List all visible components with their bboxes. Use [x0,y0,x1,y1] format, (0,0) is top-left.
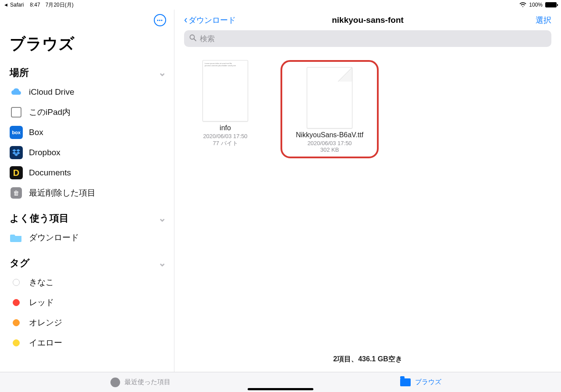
tag-color-icon [10,296,23,309]
tab-label: ブラウズ [415,378,441,386]
svg-line-1 [194,39,196,41]
sidebar-item-this-ipad[interactable]: このiPad内 [0,102,174,122]
sidebar-item-label: Dropbox [29,148,60,157]
sidebar-item-label: Box [29,128,43,137]
sidebar-tag[interactable]: オレンジ [0,313,174,333]
back-label: ダウンロード [188,15,236,25]
back-to-safari-icon[interactable]: ◀ [4,3,7,7]
file-name: NikkyouSans-B6aV.ttf [295,131,365,139]
file-thumbnail-icon [307,67,352,128]
trash-icon: 🗑 [10,186,23,200]
sidebar-item-documents[interactable]: D Documents [0,163,174,183]
folder-icon [400,378,411,386]
file-size: 77 バイト [190,139,260,147]
sidebar-item-box[interactable]: box Box [0,122,174,143]
file-thumbnail-icon: Lorem ipsum dolor sit amet text file pre… [202,60,248,121]
file-size: 302 KB [295,146,365,153]
select-button[interactable]: 選択 [404,15,551,25]
tab-label: 最近使った項目 [124,378,170,386]
file-date: 2020/06/03 17:50 [295,140,365,146]
battery-pct: 100% [529,2,543,8]
ipad-icon [10,106,23,119]
sidebar-tag[interactable]: レッド [0,292,174,313]
dropbox-icon [10,146,23,159]
clock-icon [110,378,120,387]
file-item[interactable]: Lorem ipsum dolor sit amet text file pre… [190,60,260,147]
favorites-header[interactable]: よく使う項目⌄ [0,211,174,228]
sidebar-item-label: Documents [29,168,71,178]
search-placeholder: 検索 [200,34,215,44]
sidebar-tag[interactable]: きなこ [0,272,174,292]
documents-icon: D [10,166,23,179]
highlight-annotation: NikkyouSans-B6aV.ttf 2020/06/03 17:50 30… [280,60,379,158]
search-input[interactable]: 検索 [184,30,551,47]
chevron-down-icon: ⌄ [158,257,166,269]
wifi-icon [519,2,526,8]
chevron-left-icon: ‹ [184,14,188,26]
sidebar-tag[interactable]: イエロー [0,333,174,353]
folder-title: nikkyou-sans-font [332,15,404,25]
sidebar-item-icloud[interactable]: iCloud Drive [0,82,174,102]
tab-browse[interactable]: ブラウズ [280,378,561,386]
status-bar: ◀ Safari 8:47 7月20日(月) 100% [0,0,561,10]
back-to-safari-label[interactable]: Safari [10,2,24,8]
folder-status: 2項目、436.1 GB空き [174,352,561,372]
tab-recents[interactable]: 最近使った項目 [0,378,280,387]
tag-color-icon [10,276,23,289]
sidebar-item-label: ダウンロード [29,232,79,243]
sidebar: ••• ブラウズ 場所⌄ iCloud Drive このiPad内 box Bo… [0,10,174,372]
chevron-down-icon: ⌄ [158,67,166,78]
sidebar-item-label: iCloud Drive [29,87,74,97]
sidebar-item-label: オレンジ [29,317,62,328]
main-content: ‹ ダウンロード nikkyou-sans-font 選択 検索 Lorem i… [174,10,561,372]
home-indicator[interactable] [248,388,313,390]
file-date: 2020/06/03 17:50 [190,133,260,139]
icloud-icon [10,86,23,99]
locations-header[interactable]: 場所⌄ [0,65,174,82]
sidebar-title: ブラウズ [0,27,174,65]
status-time: 8:47 [30,2,40,8]
sidebar-item-label: このiPad内 [29,107,71,118]
file-item[interactable]: NikkyouSans-B6aV.ttf 2020/06/03 17:50 30… [295,67,365,153]
tag-color-icon [10,316,23,329]
sidebar-item-label: 最近削除した項目 [29,187,96,199]
box-icon: box [10,126,23,139]
file-name: info [190,124,260,132]
sidebar-item-label: レッド [29,297,54,308]
folder-icon [10,231,23,244]
chevron-down-icon: ⌄ [158,213,166,224]
tag-color-icon [10,336,23,349]
back-button[interactable]: ‹ ダウンロード [184,14,332,26]
sidebar-item-recently-deleted[interactable]: 🗑 最近削除した項目 [0,183,174,203]
battery-icon [545,2,557,7]
more-button[interactable]: ••• [154,14,166,26]
status-date: 7月20日(月) [46,1,74,9]
sidebar-item-downloads[interactable]: ダウンロード [0,228,174,248]
tags-header[interactable]: タグ⌄ [0,256,174,272]
sidebar-item-dropbox[interactable]: Dropbox [0,143,174,163]
sidebar-item-label: きなこ [29,277,54,288]
search-icon [189,34,196,43]
sidebar-item-label: イエロー [29,337,62,349]
